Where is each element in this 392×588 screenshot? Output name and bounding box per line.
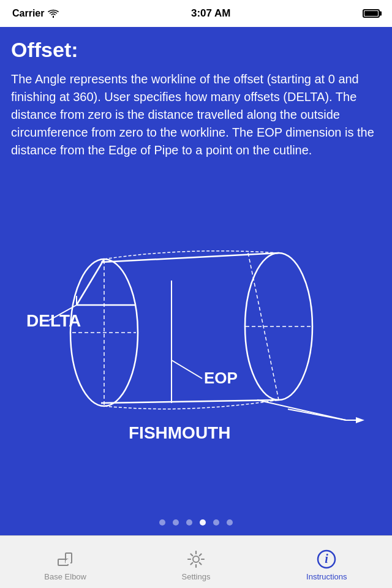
svg-line-30	[200, 554, 202, 556]
tab-settings-label: Settings	[182, 572, 211, 581]
page-dot-2[interactable]	[186, 519, 192, 526]
settings-icon	[185, 548, 207, 570]
base-elbow-icon	[55, 548, 77, 570]
page-dot-0[interactable]	[159, 519, 165, 526]
page-dot-3[interactable]	[200, 519, 206, 526]
tab-bar: Base Elbow Settings	[0, 535, 392, 588]
time-display: 3:07 AM	[191, 7, 231, 20]
page-dot-4[interactable]	[213, 519, 219, 526]
tab-base-elbow[interactable]: Base Elbow	[0, 543, 130, 581]
tab-base-elbow-label: Base Elbow	[44, 572, 86, 581]
instructions-icon: i	[315, 548, 337, 570]
delta-label: DELTA	[26, 311, 81, 330]
svg-line-1	[101, 253, 279, 262]
carrier-label: Carrier	[12, 8, 44, 19]
pipe-diagram: EOP DELTA FISHMOUTH	[15, 225, 377, 452]
status-bar: Carrier 3:07 AM	[0, 0, 392, 27]
tab-instructions[interactable]: i Instructions	[262, 543, 392, 581]
fishmouth-label: FISHMOUTH	[129, 423, 230, 442]
page-title: Offset:	[11, 38, 381, 62]
battery-area	[363, 9, 380, 18]
page-dot-5[interactable]	[227, 519, 233, 526]
svg-line-31	[190, 562, 192, 564]
svg-rect-22	[66, 560, 70, 564]
svg-line-28	[190, 554, 192, 556]
svg-line-6	[172, 360, 202, 379]
description-text: The Angle represents the workline of the…	[11, 70, 381, 159]
svg-text:i: i	[325, 552, 329, 565]
page-dot-1[interactable]	[173, 519, 179, 526]
svg-point-23	[193, 556, 199, 562]
page-dots	[11, 511, 381, 529]
tab-settings[interactable]: Settings	[130, 543, 261, 581]
main-content: Offset: The Angle represents the worklin…	[0, 27, 392, 535]
wifi-icon	[48, 9, 59, 18]
diagram-container: EOP DELTA FISHMOUTH	[11, 167, 381, 511]
svg-line-12	[288, 409, 346, 420]
svg-marker-14	[356, 417, 364, 423]
battery-icon	[363, 9, 380, 18]
eop-label: EOP	[204, 369, 238, 387]
svg-line-29	[200, 562, 202, 564]
svg-line-2	[101, 400, 279, 403]
tab-instructions-label: Instructions	[306, 572, 347, 581]
carrier-info: Carrier	[12, 8, 59, 19]
